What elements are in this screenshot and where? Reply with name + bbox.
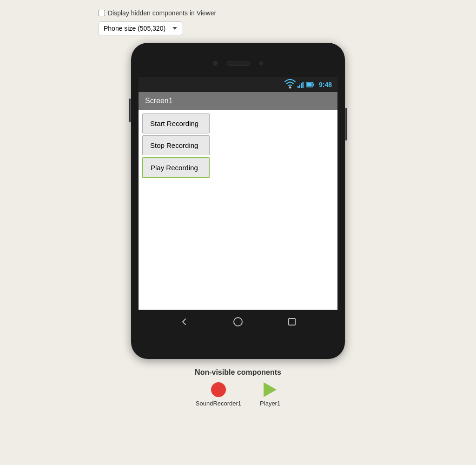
home-nav-icon[interactable] xyxy=(232,316,244,327)
checkbox-label: Display hidden components in Viewer xyxy=(108,9,216,17)
camera-icon xyxy=(213,61,218,66)
sound-recorder-icon xyxy=(211,382,226,397)
side-button-right xyxy=(345,108,347,140)
hidden-components-checkbox[interactable] xyxy=(99,10,105,16)
size-select[interactable]: Phone size (505,320) Tablet size (1024,6… xyxy=(99,21,182,35)
recents-nav-icon[interactable] xyxy=(286,316,298,327)
sensor-icon xyxy=(259,61,263,65)
status-icons xyxy=(284,79,314,90)
wifi-icon xyxy=(284,79,296,90)
non-visible-title: Non-visible components xyxy=(195,368,281,377)
checkbox-row: Display hidden components in Viewer xyxy=(99,9,216,17)
back-nav-icon[interactable] xyxy=(178,316,190,327)
non-visible-section: Non-visible components SoundRecorder1 Pl… xyxy=(195,368,281,407)
svg-rect-3 xyxy=(301,83,302,88)
player-item: Player1 xyxy=(260,382,280,407)
svg-rect-7 xyxy=(306,83,311,86)
start-recording-button[interactable]: Start Recording xyxy=(142,113,210,133)
phone-screen: 9:48 Screen1 Start Recording Stop Record… xyxy=(138,77,338,334)
phone-top-bezel xyxy=(138,49,338,77)
app-content: Start Recording Stop Recording Play Reco… xyxy=(139,110,337,310)
phone-device: 9:48 Screen1 Start Recording Stop Record… xyxy=(131,43,345,359)
status-bar: 9:48 xyxy=(139,77,337,92)
signal-icon xyxy=(298,81,304,88)
sound-recorder-item: SoundRecorder1 xyxy=(196,382,241,407)
phone-bottom-bezel xyxy=(138,334,338,352)
non-visible-items: SoundRecorder1 Player1 xyxy=(195,382,281,407)
svg-point-0 xyxy=(289,87,291,88)
svg-rect-4 xyxy=(302,82,304,88)
svg-point-8 xyxy=(234,318,242,326)
svg-rect-6 xyxy=(313,84,314,86)
play-recording-button[interactable]: Play Recording xyxy=(142,157,210,178)
app-titlebar: Screen1 xyxy=(139,92,337,110)
battery-icon xyxy=(306,82,314,87)
stop-recording-button[interactable]: Stop Recording xyxy=(142,135,210,155)
sound-recorder-label: SoundRecorder1 xyxy=(196,400,241,407)
app-title-text: Screen1 xyxy=(145,97,173,105)
top-controls: Display hidden components in Viewer Phon… xyxy=(99,9,377,35)
svg-rect-1 xyxy=(298,86,299,88)
phone-nav-bar xyxy=(139,310,337,334)
status-time: 9:48 xyxy=(319,81,332,88)
player-label: Player1 xyxy=(260,400,280,407)
svg-rect-2 xyxy=(299,85,300,88)
svg-rect-9 xyxy=(289,319,295,325)
side-button-left xyxy=(129,99,131,122)
player-icon xyxy=(264,382,277,397)
speaker-grille xyxy=(227,61,250,66)
phone-wrapper: 9:48 Screen1 Start Recording Stop Record… xyxy=(131,43,345,407)
